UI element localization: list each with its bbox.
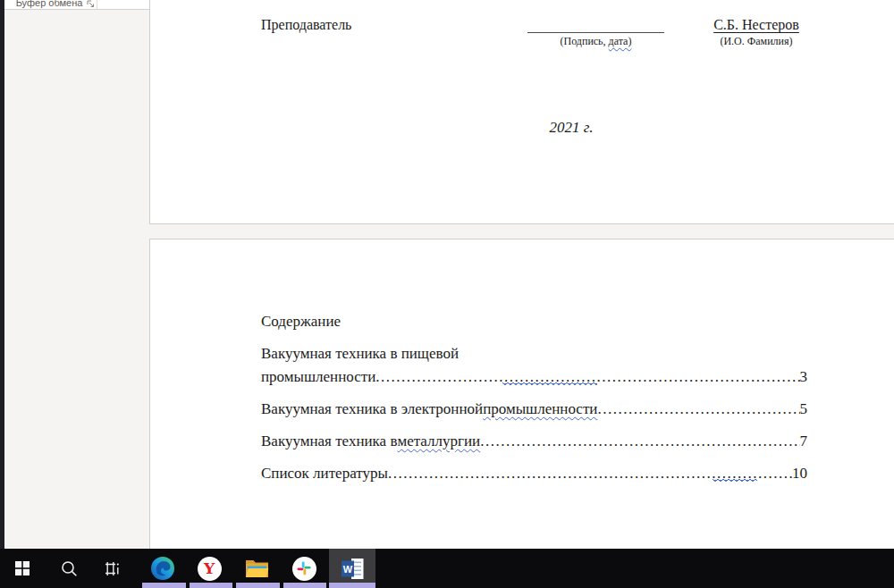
screen: Буфер обмена Шрифт Абзац Стили — [0, 0, 894, 588]
toc-entry-3: Вакуумная техника в металлургии ........… — [261, 433, 807, 450]
task-view-icon — [104, 560, 121, 577]
running-indicator-yandex — [190, 583, 232, 588]
microsoft-edge-icon — [150, 556, 175, 581]
word-window: Буфер обмена Шрифт Абзац Стили — [4, 0, 894, 549]
ribbon-separator — [97, 0, 97, 9]
search-icon — [61, 560, 78, 577]
toc-entry-3-title: Вакуумная техника в — [261, 433, 397, 450]
toc-entry-4-title: Список литературы — [261, 465, 388, 483]
grammar-squiggle — [502, 382, 597, 386]
running-indicator-slack — [283, 583, 326, 588]
svg-text:W: W — [342, 564, 352, 575]
toc-entry-1-title-wrap: промышленности — [261, 368, 375, 386]
toc-entry-2-title: Вакуумная техника в электронной — [261, 400, 483, 418]
file-explorer-icon — [245, 559, 269, 579]
toc-title: Содержание — [261, 313, 341, 331]
signature-caption-marked: дата) — [609, 35, 632, 47]
toc-leader-dots: ........................................… — [597, 400, 799, 418]
supervisor-role-text: Преподаватель — [261, 17, 351, 33]
yandex-letter: Y — [204, 561, 215, 576]
running-indicator-edge — [142, 583, 186, 588]
document-page-2[interactable] — [149, 239, 894, 560]
task-view-button[interactable] — [90, 549, 133, 588]
word-icon: W — [341, 558, 365, 580]
toc-leader-dots: ........................................… — [480, 433, 799, 450]
signature-blank-line — [527, 32, 664, 33]
toc-entry-2: Вакуумная техника в электронной промышле… — [261, 400, 807, 418]
signature-caption: (Подпись, дата) — [527, 35, 664, 48]
year-text: 2021 г. — [514, 119, 628, 137]
taskbar: Y — [0, 549, 894, 588]
running-indicator-word — [329, 583, 375, 588]
windows-logo-icon — [15, 561, 30, 575]
start-button[interactable] — [1, 549, 44, 588]
toc-entry-2-title-marked: промышленности — [483, 400, 597, 418]
search-button[interactable] — [47, 549, 90, 588]
document-page-1[interactable] — [149, 0, 894, 224]
running-indicator-explorer — [236, 583, 280, 588]
yandex-browser-icon: Y — [198, 557, 222, 581]
ribbon-group-clipboard-label: Буфер обмена — [16, 0, 83, 8]
toc-entry-3-title-marked: металлургии — [397, 433, 480, 450]
toc-entry-2-page-number: 5 — [800, 400, 808, 418]
toc-entry-3-page-number: 7 — [800, 433, 808, 450]
supervisor-name-text: С.Б. Нестеров — [713, 17, 799, 33]
toc-entry-1-line1: Вакуумная техника в пищевой — [261, 345, 619, 363]
toc-entry-1-title: Вакуумная техника в пищевой — [261, 345, 459, 363]
toc-entry-4-page-number: 10 — [792, 465, 807, 483]
name-caption: (И.О. Фамилия) — [712, 35, 801, 48]
toc-entry-1-page-number: 3 — [800, 368, 808, 386]
slack-icon — [292, 557, 316, 581]
signature-caption-pre: (Подпись, — [561, 35, 609, 47]
clipboard-dialog-launcher-icon[interactable] — [87, 0, 95, 8]
grammar-squiggle — [713, 479, 757, 483]
supervisor-name-block: С.Б. Нестеров — [712, 17, 801, 33]
